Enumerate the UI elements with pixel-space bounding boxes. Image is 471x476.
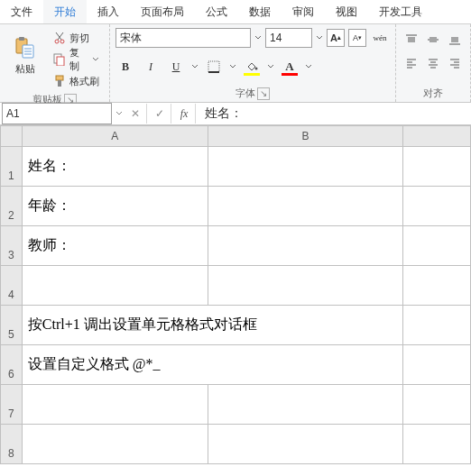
phonetic-button[interactable]: wén: [370, 28, 390, 48]
copy-button[interactable]: 复制: [49, 50, 104, 69]
brush-icon: [53, 75, 66, 87]
row-header-8[interactable]: 8: [1, 425, 23, 464]
chevron-down-icon[interactable]: [254, 34, 262, 41]
name-box[interactable]: A1: [2, 103, 112, 124]
chevron-down-icon[interactable]: [115, 110, 123, 117]
font-dialog-launch[interactable]: ↘: [257, 87, 270, 100]
align-bottom-icon: [448, 33, 461, 46]
cell-B2[interactable]: [208, 187, 402, 226]
paste-icon: [13, 35, 38, 60]
cell-A7[interactable]: [22, 385, 208, 425]
svg-point-16: [255, 68, 258, 70]
group-font: 宋体 14 A▴ A▾ wén B I U: [110, 24, 396, 102]
row-header-5[interactable]: 5: [1, 306, 23, 345]
menubar: 文件 开始 插入 页面布局 公式 数据 审阅 视图 开发工具: [0, 0, 471, 24]
select-all-corner[interactable]: [1, 126, 23, 147]
chevron-down-icon[interactable]: [229, 63, 236, 70]
cell-B7[interactable]: [208, 385, 402, 425]
cell-B1[interactable]: [208, 147, 402, 187]
cell-B3[interactable]: [208, 226, 402, 266]
border-icon: [208, 60, 220, 73]
chevron-down-icon[interactable]: [191, 63, 199, 70]
col-header-B[interactable]: B: [208, 126, 402, 147]
svg-point-7: [60, 40, 64, 43]
chevron-down-icon[interactable]: [316, 34, 323, 41]
chevron-down-icon[interactable]: [267, 63, 274, 70]
align-top-icon: [405, 33, 418, 46]
align-left-button[interactable]: [402, 53, 421, 73]
cell-A1[interactable]: 姓名：: [22, 147, 208, 187]
fx-button[interactable]: fx: [173, 104, 196, 124]
tab-review[interactable]: 审阅: [282, 0, 325, 23]
cell-B4[interactable]: [208, 266, 402, 306]
paste-button[interactable]: 粘贴: [5, 28, 45, 82]
paste-label: 粘贴: [15, 62, 35, 76]
cell-A5[interactable]: 按Ctrl+1 调出设置单元格格式对话框: [22, 306, 403, 345]
border-button[interactable]: [204, 57, 224, 77]
font-color-button[interactable]: A: [280, 57, 300, 77]
align-right-icon: [448, 57, 461, 69]
bold-button[interactable]: B: [115, 57, 135, 77]
formula-input[interactable]: 姓名：: [198, 105, 471, 122]
align-bottom-button[interactable]: [445, 30, 465, 50]
fill-color-button[interactable]: [242, 57, 262, 77]
tab-insert[interactable]: 插入: [87, 0, 130, 23]
tab-file[interactable]: 文件: [0, 0, 43, 23]
svg-rect-1: [19, 37, 24, 41]
tab-view[interactable]: 视图: [325, 0, 368, 23]
svg-rect-13: [58, 80, 61, 87]
svg-point-6: [55, 40, 59, 43]
tab-layout[interactable]: 页面布局: [130, 0, 195, 23]
group-align-title: 对齐: [423, 87, 443, 100]
row-header-2[interactable]: 2: [1, 187, 23, 226]
format-painter-button[interactable]: 格式刷: [49, 71, 104, 91]
confirm-edit-button[interactable]: ✓: [149, 104, 171, 124]
cell-A8[interactable]: [22, 425, 208, 464]
align-middle-button[interactable]: [423, 30, 443, 50]
row-header-1[interactable]: 1: [1, 147, 23, 187]
col-header-next[interactable]: [403, 126, 471, 147]
cell-A3[interactable]: 教师：: [22, 226, 208, 266]
copy-icon: [53, 53, 66, 66]
align-center-icon: [427, 57, 439, 69]
row-header-4[interactable]: 4: [1, 266, 23, 306]
tab-home[interactable]: 开始: [43, 0, 87, 23]
cell-B8[interactable]: [208, 425, 402, 464]
row-header-7[interactable]: 7: [1, 385, 23, 425]
sheet-grid[interactable]: A B 1姓名： 2年龄： 3教师： 4 5按Ctrl+1 调出设置单元格格式对…: [0, 125, 471, 476]
align-left-icon: [405, 57, 418, 69]
cell-A6[interactable]: 设置自定义格式 @*_: [22, 345, 403, 385]
tab-dev[interactable]: 开发工具: [368, 0, 433, 23]
group-font-title: 字体: [236, 87, 255, 100]
col-header-A[interactable]: A: [22, 126, 208, 147]
align-top-button[interactable]: [402, 30, 421, 50]
svg-rect-12: [56, 76, 63, 80]
italic-button[interactable]: I: [141, 57, 161, 77]
font-name-select[interactable]: 宋体: [115, 28, 251, 48]
row-header-6[interactable]: 6: [1, 345, 23, 385]
bucket-icon: [245, 61, 258, 72]
svg-rect-14: [208, 61, 219, 72]
group-clipboard: 粘贴 剪切 复制: [0, 24, 110, 102]
align-right-button[interactable]: [445, 53, 465, 73]
chevron-down-icon: [92, 56, 99, 63]
cell-A2[interactable]: 年龄：: [22, 187, 208, 226]
ribbon: 粘贴 剪切 复制: [0, 24, 471, 103]
align-middle-icon: [427, 33, 439, 46]
cut-button[interactable]: 剪切: [49, 28, 104, 48]
scissors-icon: [53, 32, 66, 44]
tab-formula[interactable]: 公式: [195, 0, 238, 23]
formula-bar: A1 ✕ ✓ fx 姓名：: [0, 103, 471, 125]
align-center-button[interactable]: [423, 53, 443, 73]
row-header-3[interactable]: 3: [1, 226, 23, 266]
tab-data[interactable]: 数据: [238, 0, 282, 23]
cell-A4[interactable]: [22, 266, 208, 306]
underline-button[interactable]: U: [166, 57, 186, 77]
font-size-select[interactable]: 14: [265, 28, 312, 48]
increase-font-button[interactable]: A▴: [327, 29, 345, 47]
chevron-down-icon[interactable]: [305, 63, 312, 70]
group-align: 对齐: [396, 24, 471, 102]
svg-rect-11: [57, 57, 64, 66]
decrease-font-button[interactable]: A▾: [348, 29, 366, 47]
cancel-edit-button[interactable]: ✕: [125, 104, 147, 124]
